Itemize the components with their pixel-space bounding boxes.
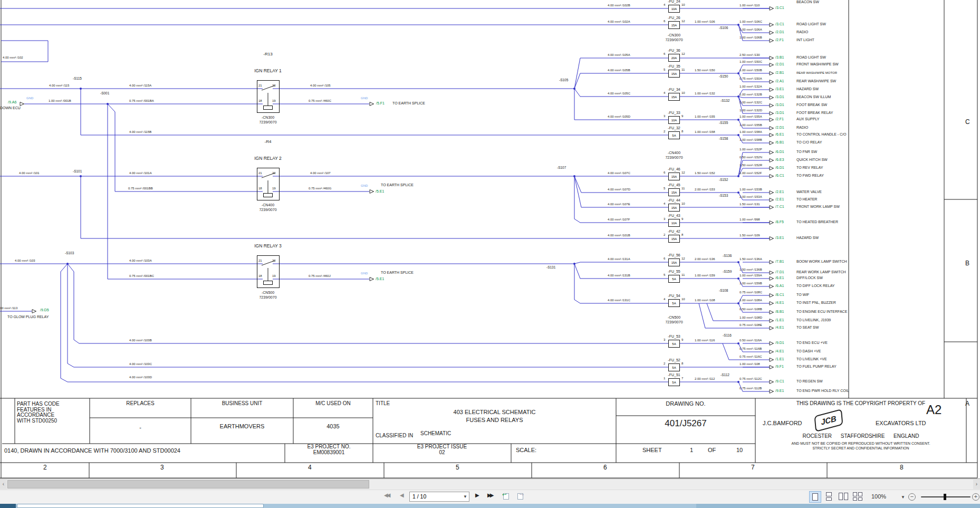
connection-arrow-icon bbox=[770, 167, 774, 170]
zoom-dropdown-caret[interactable]: ▼ bbox=[901, 495, 905, 500]
wire-label: 4.00 mm² /103A bbox=[129, 259, 152, 262]
prev-page-button[interactable]: ◀ bbox=[400, 492, 404, 498]
relay-pin: 20 bbox=[272, 171, 276, 175]
titleblock-classified-value: SCHEMATIC bbox=[420, 431, 451, 437]
destination-label: REAR WASH/WIPE MOTOR bbox=[796, 71, 837, 74]
fuse: 15A bbox=[668, 235, 680, 243]
fuse: 15A bbox=[668, 258, 680, 266]
wire-label: 0.75 mm² /108E bbox=[739, 323, 762, 327]
destination-ref: /3.C1 bbox=[775, 6, 784, 9]
sheet-total: 10 bbox=[736, 447, 743, 454]
connection-arrow-icon bbox=[770, 319, 774, 323]
destination-label: FRONT WORK LAMP SW bbox=[796, 205, 840, 208]
next-page-button[interactable]: ▶ bbox=[475, 492, 479, 498]
fuse: 10A bbox=[668, 116, 680, 124]
zone-number: 7 bbox=[751, 464, 755, 471]
wire-label: 1.00 mm² /155 bbox=[695, 115, 715, 118]
layout-two-page-button[interactable] bbox=[838, 491, 850, 503]
relay-pin: 19 bbox=[272, 187, 276, 190]
destination-label: TO DASH +VE bbox=[796, 349, 821, 353]
destination-ref: /2.E1 bbox=[775, 190, 784, 194]
layout-two-page-continuous-button[interactable] bbox=[852, 491, 864, 503]
connection-arrow-icon bbox=[770, 261, 774, 264]
destination-label: TO ENG PWR HOLD RLY COIL bbox=[796, 389, 849, 392]
layout-continuous-button[interactable] bbox=[823, 491, 835, 503]
previous-view-button[interactable]: ↩ bbox=[502, 493, 511, 501]
connection-arrow-icon bbox=[770, 277, 774, 281]
h-scrollbar[interactable]: ‹ › bbox=[0, 478, 980, 490]
fuse-pin-left: 4 bbox=[664, 91, 665, 94]
wire-label: 4.00 mm² /105 bbox=[310, 84, 331, 87]
wire-label: 1.00 mm² /001B bbox=[49, 99, 71, 102]
wire-label: 0.75 mm² /001BA bbox=[129, 99, 154, 102]
first-page-button[interactable]: ◀◀ bbox=[384, 492, 389, 498]
layout-single-page-button[interactable] bbox=[809, 491, 821, 503]
fuse-pin-left: 4 bbox=[664, 298, 665, 301]
fuse: 5A bbox=[668, 299, 680, 307]
fuse-pin-right: 10 bbox=[681, 202, 685, 205]
titleblock-part-note: PART HAS CODE FEATURES IN ACCORDANCE WIT… bbox=[17, 401, 87, 424]
destination-ref: /3.D1 bbox=[775, 95, 784, 99]
wire-label: 1.00 mm² /106A bbox=[739, 28, 762, 31]
zone-number: 2 bbox=[43, 464, 47, 471]
zoom-in-button[interactable]: + bbox=[972, 493, 979, 501]
relay-coil bbox=[263, 193, 273, 197]
destination-label: QUICK HITCH SW bbox=[796, 158, 828, 161]
wire-label: 1.00 mm² /153B bbox=[739, 188, 762, 191]
splice-label: -S131 bbox=[546, 266, 555, 270]
schematic-page[interactable]: BEACON SW/3.C11.00 mm² /110/3.C11.00 mm²… bbox=[0, 0, 980, 478]
wire-label: 1.00 mm² /150C bbox=[739, 60, 762, 63]
relay-connector-label: -CN500 7239/0070 bbox=[247, 290, 289, 300]
destination-ref: /7.C1 bbox=[775, 205, 784, 208]
fuse-pin-right: 9 bbox=[681, 338, 683, 341]
connection-arrow-icon bbox=[770, 175, 774, 178]
page-number-input[interactable]: 1 / 10 ▼ bbox=[409, 492, 469, 502]
wire-label: 4.00 mm² /102 bbox=[3, 56, 23, 59]
wire-label: 0.75 mm² /150A bbox=[739, 77, 762, 80]
connection-arrow-icon bbox=[770, 127, 774, 130]
wire-label: 4.00 mm² /107F bbox=[608, 218, 630, 221]
h-scrollbar-thumb[interactable] bbox=[7, 480, 369, 488]
relay-connector-label: -CN400 7239/0070 bbox=[247, 203, 289, 212]
destination-ref: /6.E1 bbox=[775, 132, 784, 136]
zoom-out-button[interactable]: − bbox=[908, 493, 916, 501]
destination-label: REAR WORK LAMP SWITCH bbox=[796, 270, 846, 274]
copyright-line3: STRICTLY SECRET AND CONFIDENTIAL INFORMA… bbox=[755, 446, 966, 450]
wire-label: 4.00 mm² /103B bbox=[129, 339, 152, 342]
schematic-text: /5.F1 bbox=[376, 101, 385, 105]
continuous-page-icon bbox=[826, 492, 832, 496]
taskbar-search[interactable] bbox=[17, 504, 264, 508]
connection-arrow-icon bbox=[770, 221, 774, 225]
destination-label: HAZARD SW bbox=[796, 236, 819, 239]
relay-pin: 18 bbox=[258, 99, 262, 102]
two-page-icon bbox=[839, 493, 843, 500]
wire-label: 1.00 mm² /108 bbox=[739, 362, 760, 366]
taskbar-corner[interactable] bbox=[0, 504, 16, 508]
wire-label: 1.00 mm² /132A bbox=[739, 85, 762, 88]
destination-label: TO WIF bbox=[796, 293, 809, 296]
wire-label: 0.75 mm² /112C bbox=[739, 377, 762, 380]
connection-arrow-icon bbox=[770, 80, 774, 84]
wire-label: 1.00 mm² /116 bbox=[695, 339, 715, 342]
schematic-text: /9.A6 bbox=[8, 100, 16, 104]
wire-label: 1.00 mm² /108D bbox=[739, 316, 762, 319]
wire-label: 1.00 mm² /155A bbox=[739, 115, 762, 118]
schematic-text: /5.E1 bbox=[376, 189, 384, 193]
destination-ref: /6.A1 bbox=[775, 284, 784, 287]
fuse: 15A bbox=[668, 204, 680, 212]
destination-label: FRONT WASH/WIPE SW bbox=[796, 62, 839, 66]
destination-label: INT LIGHT bbox=[796, 38, 814, 42]
connection-arrow-icon bbox=[770, 159, 774, 162]
destination-ref: /6.B1 bbox=[775, 140, 784, 144]
destination-label: BEACON SW ILLUM bbox=[796, 95, 831, 99]
scroll-right-button[interactable]: › bbox=[973, 480, 980, 489]
std-note: 0140, DRAWN IN ACCORDANCE WITH 7000/3100… bbox=[4, 448, 180, 454]
destination-ref: /3.D1 bbox=[775, 103, 784, 107]
fuse-pin-left: 2 bbox=[664, 362, 665, 365]
last-page-button[interactable]: ▶▶ bbox=[487, 492, 492, 498]
zoom-slider-handle[interactable] bbox=[944, 494, 946, 500]
page-dropdown-caret[interactable]: ▼ bbox=[463, 492, 467, 501]
scroll-left-button[interactable]: ‹ bbox=[0, 480, 7, 489]
next-view-button[interactable]: ↪ bbox=[516, 493, 525, 501]
wire-label: 1.00 mm² /132D bbox=[739, 109, 762, 112]
